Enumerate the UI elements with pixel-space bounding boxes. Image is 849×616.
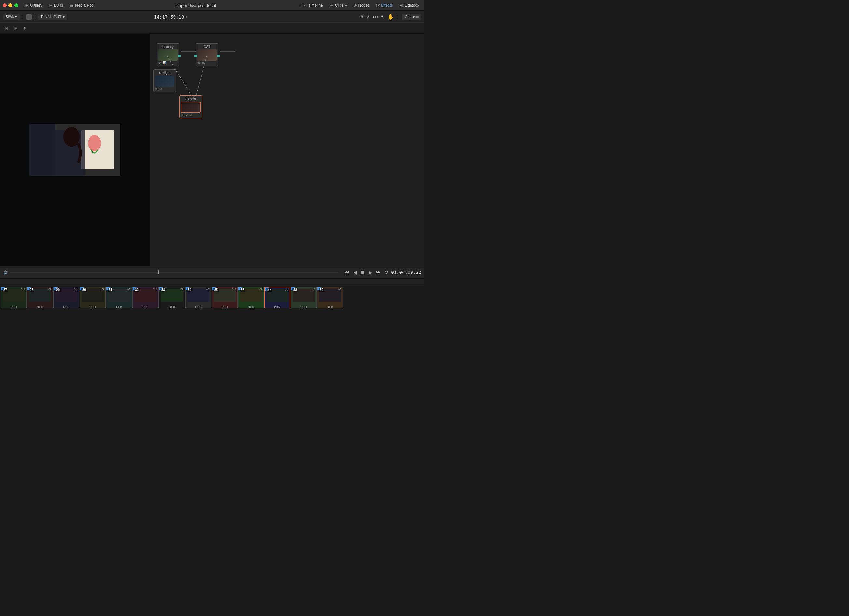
playback-timecode: 01:04:00:22 <box>391 270 421 275</box>
menu-nodes[interactable]: ◈ Nodes <box>351 1 372 9</box>
clip-v2-38: V2 <box>311 288 315 291</box>
clip-item-33[interactable]: V2 33 RED <box>159 287 185 308</box>
clip-num-32: 32 <box>134 288 140 292</box>
hand-icon[interactable]: ✋ <box>387 14 394 20</box>
skip-back-button[interactable]: ⏮ <box>344 269 350 275</box>
node-cst[interactable]: CST 05 ⚙ <box>196 43 219 66</box>
timeline-scrubber[interactable] <box>10 271 338 273</box>
clip-label-bottom-38: RED <box>291 306 316 308</box>
node-connections <box>150 34 424 265</box>
prev-frame-button[interactable]: ◀ <box>353 269 357 276</box>
view-btn-1[interactable]: ⊡ <box>3 25 10 31</box>
clip-item-32[interactable]: V2 32 RED <box>133 287 159 308</box>
clip-label-bottom-27: RED <box>1 306 26 308</box>
toolbar: 58% ▾ FINAL-CUT ▾ 14:17:59:13 ▾ ↺ ⤢ ••• … <box>0 11 424 23</box>
timeline-ruler <box>0 279 424 285</box>
clip-label-bottom-34: RED <box>186 306 211 308</box>
clip-item-35[interactable]: V2 35 RED <box>212 287 238 308</box>
clip-num-29: 29 <box>55 288 61 292</box>
clip-label[interactable]: Clip ▾ <box>402 14 421 20</box>
menu-effects[interactable]: fx Effects <box>373 1 395 9</box>
loop-button[interactable]: ↻ <box>384 269 388 276</box>
menu-luts[interactable]: ⊟ LUTs <box>46 1 66 9</box>
effects-icon: fx <box>376 3 380 8</box>
playhead <box>158 270 159 274</box>
clip-item-36[interactable]: V2 36 RED <box>238 287 264 308</box>
view-btn-3[interactable]: ✦ <box>21 25 28 31</box>
clip-item-31[interactable]: V2 31 RED <box>106 287 132 308</box>
toolbar-separator-1 <box>23 14 23 20</box>
clip-v2-30: V2 <box>101 288 104 291</box>
timeline-icon: ⋮⋮ <box>298 3 307 8</box>
clip-v2-34: V2 <box>206 288 210 291</box>
toolbar-separator-3 <box>398 14 398 20</box>
clip-item-37[interactable]: V2 37 RED <box>264 287 290 308</box>
maximize-button[interactable] <box>14 3 18 7</box>
toolbar-icons: ↺ ⤢ ••• ↖ ✋ Clip ▾ <box>359 14 421 20</box>
timeline-name[interactable]: FINAL-CUT ▾ <box>39 14 67 20</box>
view-btn-2[interactable]: ⊞ <box>12 25 19 31</box>
video-preview <box>0 34 150 265</box>
fit-icon[interactable] <box>26 14 31 19</box>
clip-label-bottom-31: RED <box>106 306 132 308</box>
node-ak-skin-num: 06 ✓ ☑ <box>181 113 201 116</box>
clip-item-27[interactable]: V2 27 RED <box>1 287 27 308</box>
node-primary-title: primary <box>158 45 178 49</box>
clip-num-39: 39 <box>319 288 324 292</box>
minimize-button[interactable] <box>9 3 12 7</box>
toolbar-separator-2 <box>35 14 35 20</box>
clip-label-bottom-35: RED <box>212 306 237 308</box>
node-primary[interactable]: primary 04 📊 <box>156 43 179 66</box>
scope-btn[interactable]: 🔊 <box>3 270 9 275</box>
clip-item-29[interactable]: V2 29 RED <box>54 287 79 308</box>
clip-item-30[interactable]: V2 30 RED <box>80 287 106 308</box>
menu-gallery[interactable]: ⊞ Gallery <box>22 1 45 9</box>
menu-clips[interactable]: ▤ Clips ▾ <box>327 1 350 9</box>
clip-label-bottom-28: RED <box>27 306 53 308</box>
node-softlight[interactable]: softlight 03 ⚙ <box>153 69 176 92</box>
clip-label-bottom-37: RED <box>265 305 290 308</box>
gallery-icon: ⊞ <box>25 3 29 8</box>
refresh-icon[interactable]: ↺ <box>359 14 363 20</box>
clip-item-39[interactable]: V2 39 RED <box>317 287 343 308</box>
clips-icon: ▤ <box>329 3 334 8</box>
skip-fwd-button[interactable]: ⏭ <box>376 269 381 275</box>
nodes-icon: ◈ <box>353 3 357 8</box>
video-section <box>0 34 150 265</box>
clip-v2-27: V2 <box>21 288 25 291</box>
node-cst-num: 05 ⚙ <box>197 61 217 64</box>
clip-v2-29: V2 <box>74 288 78 291</box>
clip-v2-35: V2 <box>232 288 236 291</box>
node-cst-thumb <box>197 49 217 61</box>
stop-button[interactable]: ⏹ <box>360 269 365 275</box>
clip-item-28[interactable]: V2 28 RED <box>27 287 53 308</box>
menu-right: ⋮⋮ Timeline ▤ Clips ▾ ◈ Nodes fx Effects… <box>295 1 422 9</box>
clip-num-27: 27 <box>2 288 8 292</box>
video-thumbnail <box>29 124 121 176</box>
pointer-icon[interactable]: ↖ <box>381 14 385 20</box>
node-softlight-num: 03 ⚙ <box>155 87 174 91</box>
menu-media-pool[interactable]: ▣ Media Pool <box>67 1 97 9</box>
main-content: primary 04 📊 CST 05 ⚙ softlight 03 <box>0 34 424 265</box>
menu-lightbox[interactable]: ⊞ Lightbox <box>397 1 422 9</box>
playback-controls: 🔊 ⏮ ◀ ⏹ ▶ ⏭ ↻ 01:04:00:22 <box>0 265 424 279</box>
more-icon[interactable]: ••• <box>373 14 378 20</box>
node-softlight-title: softlight <box>155 71 174 75</box>
node-ak-skin[interactable]: ak-skin 06 ✓ ☑ <box>179 95 202 118</box>
clip-label-bottom-29: RED <box>54 306 79 308</box>
node-cst-out <box>217 55 220 57</box>
play-button[interactable]: ▶ <box>368 269 372 276</box>
node-primary-num: 04 📊 <box>158 61 178 64</box>
expand-icon[interactable]: ⤢ <box>366 14 370 20</box>
node-graph[interactable]: primary 04 📊 CST 05 ⚙ softlight 03 <box>150 34 424 265</box>
close-button[interactable] <box>3 3 6 7</box>
clip-label-bottom-30: RED <box>80 306 106 308</box>
node-cst-in <box>194 55 197 57</box>
menu-timeline[interactable]: ⋮⋮ Timeline <box>295 1 326 9</box>
clip-num-38: 38 <box>292 288 298 292</box>
app-title: super-diva-post-local <box>98 3 294 8</box>
zoom-control[interactable]: 58% ▾ <box>3 14 19 20</box>
clip-item-38[interactable]: V2 38 RED <box>291 287 317 308</box>
clip-item-34[interactable]: V2 34 RED <box>185 287 211 308</box>
luts-icon: ⊟ <box>49 3 53 8</box>
